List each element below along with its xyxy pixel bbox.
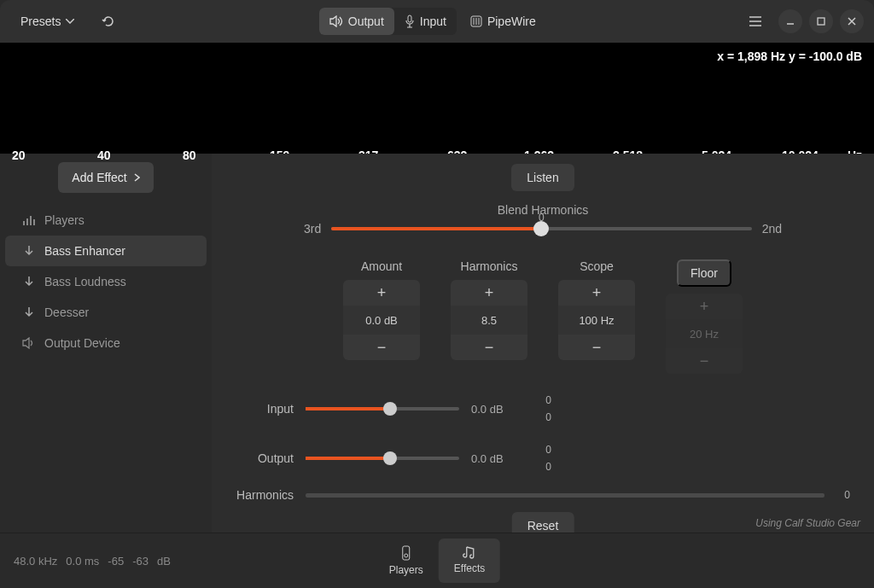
- tab-effects-icon: [463, 545, 476, 559]
- chevron-right-icon: [134, 173, 140, 182]
- maximize-icon: [817, 17, 825, 26]
- svg-rect-5: [30, 216, 32, 225]
- sidebar-item-label: Output Device: [44, 336, 120, 350]
- players-icon: [22, 214, 36, 226]
- add-effect-button[interactable]: Add Effect: [58, 162, 153, 193]
- minimize-button[interactable]: [778, 9, 802, 33]
- blend-slider-fill: [331, 227, 541, 230]
- tab-label: Effects: [454, 562, 485, 574]
- sidebar-item-output-device[interactable]: Output Device: [5, 328, 207, 358]
- level-0-label: Input: [236, 402, 294, 416]
- spec-tick: 80: [183, 148, 196, 162]
- param-1-stepper[interactable]: +8.5−: [451, 280, 527, 360]
- sidebar-item-label: Bass Enhancer: [44, 244, 125, 258]
- level-1-slider[interactable]: [306, 457, 459, 460]
- statusbar: 48.0 kHz 0.0 ms -65 -63 dB PlayersEffect…: [0, 533, 874, 588]
- sidebar-item-bass-loudness[interactable]: Bass Loudness: [5, 266, 207, 297]
- spectrum-view[interactable]: x = 1,898 Hz y = -100.0 dB 20 40 80 159 …: [0, 43, 874, 154]
- tab-label: Players: [389, 564, 423, 576]
- down-icon: [22, 306, 36, 318]
- param-0-inc[interactable]: +: [343, 280, 420, 306]
- speaker-icon: [329, 15, 343, 27]
- level-1-label: Output: [236, 451, 294, 465]
- tab-effects[interactable]: Effects: [439, 539, 500, 583]
- svg-rect-7: [403, 546, 410, 560]
- blend-slider-thumb[interactable]: [533, 221, 549, 236]
- param-2-inc[interactable]: +: [558, 280, 635, 306]
- param-2-label: Scope: [580, 259, 614, 273]
- param-3-value: 20 Hz: [666, 319, 743, 348]
- close-icon: [848, 17, 856, 26]
- param-1-dec[interactable]: −: [451, 335, 527, 360]
- blend-slider[interactable]: 0: [331, 227, 751, 230]
- pipewire-button[interactable]: PipeWire: [460, 8, 546, 35]
- speaker-icon: [22, 337, 36, 349]
- svg-rect-0: [408, 15, 411, 22]
- input-label: Input: [420, 15, 446, 28]
- refresh-button[interactable]: [91, 8, 125, 35]
- svg-rect-3: [23, 221, 25, 225]
- maximize-button[interactable]: [809, 9, 833, 33]
- sidebar-item-label: Deesser: [44, 306, 89, 319]
- pipewire-icon: [470, 15, 482, 27]
- refresh-icon: [102, 15, 115, 28]
- input-tab[interactable]: Input: [394, 8, 457, 35]
- mic-icon: [405, 15, 415, 28]
- menu-button[interactable]: [739, 9, 772, 33]
- sidebar-item-players[interactable]: Players: [5, 205, 207, 236]
- plugin-credit: Using Calf Studio Gear: [755, 517, 860, 529]
- param-3-dec: −: [666, 348, 743, 374]
- param-1-label: Harmonics: [461, 259, 518, 273]
- io-segmented: Output Input: [319, 8, 457, 35]
- param-3-inc: +: [666, 294, 743, 319]
- down-icon: [22, 276, 36, 288]
- presets-button[interactable]: Presets: [10, 8, 84, 35]
- tab-players-icon: [400, 545, 412, 561]
- harmonics-meter: [306, 493, 824, 498]
- level-0-thumb[interactable]: [383, 402, 397, 416]
- param-1-inc[interactable]: +: [451, 280, 527, 306]
- chevron-down-icon: [66, 19, 74, 24]
- output-tab[interactable]: Output: [319, 8, 394, 35]
- down-icon: [22, 245, 36, 257]
- sample-rate: 48.0 kHz: [14, 555, 57, 568]
- param-3-toggle[interactable]: Floor: [677, 259, 731, 287]
- titlebar: Presets Output Input PipeWire: [0, 0, 874, 43]
- reset-button[interactable]: Reset: [512, 512, 574, 533]
- pipewire-label: PipeWire: [487, 15, 536, 28]
- sidebar-item-bass-enhancer[interactable]: Bass Enhancer: [5, 236, 207, 266]
- sidebar: Add Effect PlayersBass EnhancerBass Loud…: [0, 154, 212, 533]
- param-0-label: Amount: [361, 259, 402, 273]
- harmonics-value: 0: [836, 489, 850, 501]
- param-0-stepper[interactable]: +0.0 dB−: [343, 280, 420, 360]
- latency: 0.0 ms: [66, 555, 99, 568]
- blend-left-label: 3rd: [304, 222, 321, 236]
- listen-button[interactable]: Listen: [511, 164, 574, 191]
- param-2-stepper[interactable]: +100 Hz−: [558, 280, 635, 360]
- level-0-slider[interactable]: [306, 407, 459, 410]
- svg-rect-6: [33, 219, 35, 225]
- harmonics-label: Harmonics: [236, 488, 294, 502]
- close-button[interactable]: [840, 9, 864, 33]
- param-1-value: 8.5: [451, 306, 527, 335]
- level-unit: dB: [157, 555, 171, 568]
- level-1-thumb[interactable]: [383, 451, 397, 465]
- level-0-value: 0.0 dB: [471, 403, 519, 416]
- svg-point-8: [405, 554, 408, 557]
- param-0-dec[interactable]: −: [343, 335, 420, 360]
- level-right: -63: [132, 555, 149, 568]
- level-left: -65: [108, 555, 124, 568]
- spectrum-readout: x = 1,898 Hz y = -100.0 dB: [717, 49, 862, 63]
- param-2-dec[interactable]: −: [558, 335, 635, 360]
- sidebar-item-label: Players: [44, 213, 84, 227]
- svg-rect-4: [26, 218, 28, 225]
- param-0-value: 0.0 dB: [343, 306, 420, 335]
- output-label: Output: [348, 15, 384, 28]
- hamburger-icon: [749, 16, 761, 26]
- minimize-icon: [786, 17, 795, 26]
- sidebar-item-deesser[interactable]: Deesser: [5, 297, 207, 328]
- tab-players[interactable]: Players: [374, 539, 439, 583]
- level-1-value: 0.0 dB: [471, 452, 519, 465]
- sidebar-item-label: Bass Loudness: [44, 275, 126, 288]
- param-3-stepper: +20 Hz−: [666, 294, 743, 374]
